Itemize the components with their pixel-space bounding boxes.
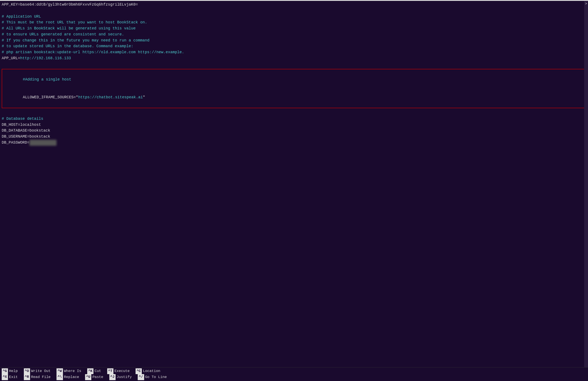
after-code-line-2: DB_HOST=localhost xyxy=(2,122,586,128)
code-line-2: # Application URL xyxy=(2,14,586,20)
footer-item-0-5[interactable]: ^CLocation xyxy=(136,368,160,374)
key-badge: ^O xyxy=(24,368,30,374)
key-label: Cut xyxy=(95,368,101,374)
key-label: Exit xyxy=(9,374,18,380)
footer-item-0-1[interactable]: ^OWrite Out xyxy=(24,368,51,374)
key-label: Location xyxy=(143,368,160,374)
key-badge: ^X xyxy=(2,374,8,380)
editor-content[interactable]: APP_KEY=base64:ddtB/gyl3htw0rObmh6FxvvFz… xyxy=(0,1,588,367)
key-label: Go To Line xyxy=(145,374,167,380)
key-badge: ^W xyxy=(57,368,63,374)
key-badge: ^J xyxy=(109,374,116,380)
highlight-comment: #Adding a single host xyxy=(23,77,71,81)
after-code-line-1: # Database details xyxy=(2,116,586,122)
key-label: Execute xyxy=(114,368,130,374)
key-badge: ^C xyxy=(136,368,142,374)
footer-item-0-2[interactable]: ^WWhere Is xyxy=(57,368,81,374)
footer-item-1-4[interactable]: ^JJustify xyxy=(109,374,132,380)
key-badge: ^T xyxy=(107,368,113,374)
after-code-line-0 xyxy=(2,110,586,116)
code-line-0: APP_KEY=base64:ddtB/gyl3htw0rObmh6FxvvFz… xyxy=(2,2,586,8)
key-badge: ^R xyxy=(24,374,30,380)
highlighted-section: #Adding a single host ALLOWED_IFRAME_SOU… xyxy=(2,69,586,108)
code-line-6: # If you change this in the future you m… xyxy=(2,38,586,43)
code-line-7: # to update stored URLs in the database.… xyxy=(2,43,586,49)
footer-item-0-0[interactable]: ^GHelp xyxy=(2,368,18,374)
allowed-iframe-suffix: " xyxy=(143,95,145,99)
key-label: Help xyxy=(9,368,18,374)
footer-item-1-1[interactable]: ^RRead File xyxy=(24,374,51,380)
key-label: Where Is xyxy=(64,368,82,374)
key-label: Read File xyxy=(31,374,51,380)
scroll-arrow-icon: > xyxy=(585,1,587,7)
scroll-indicator: > xyxy=(584,1,588,367)
after-code-lines: # Database detailsDB_HOST=localhostDB_DA… xyxy=(2,110,586,146)
footer-item-0-3[interactable]: ^KCut xyxy=(87,368,101,374)
footer-shortcuts: ^GHelp^OWrite Out^WWhere Is^KCut^TExecut… xyxy=(0,367,588,381)
code-line-1 xyxy=(2,8,586,14)
after-code-line-4: DB_USERNAME=bookstack xyxy=(2,134,586,140)
footer-item-1-5[interactable]: ^/Go To Line xyxy=(138,374,167,380)
code-line-3: # This must be the root URL that you wan… xyxy=(2,20,586,25)
key-label: Write Out xyxy=(31,368,51,374)
footer-row-1: ^GHelp^OWrite Out^WWhere Is^KCut^TExecut… xyxy=(0,368,588,374)
highlight-line1: #Adding a single host xyxy=(4,71,584,88)
key-badge: ^G xyxy=(2,368,8,374)
code-line-9: APP_URL=http://192.168.116.133 xyxy=(2,55,586,61)
footer-item-1-3[interactable]: ^UPaste xyxy=(85,374,103,380)
key-badge: ^K xyxy=(87,368,93,374)
after-code-line-5: DB_PASSWORD=■■■■■■■■■■■ xyxy=(2,140,586,146)
code-line-4: # All URLs in BookStack will be generate… xyxy=(2,25,586,32)
code-lines: APP_KEY=base64:ddtB/gyl3htw0rObmh6FxvvFz… xyxy=(2,2,586,67)
code-line-8: # php artisan bookstack:update-url https… xyxy=(2,49,586,55)
highlight-line2: ALLOWED_IFRAME_SOURCES="https://chatbot.… xyxy=(4,89,584,106)
key-label: Paste xyxy=(92,374,103,380)
footer-item-0-4[interactable]: ^TExecute xyxy=(107,368,130,374)
key-label: Replace xyxy=(64,374,79,380)
allowed-iframe-prefix: ALLOWED_IFRAME_SOURCES=" xyxy=(23,95,78,99)
key-badge: ^\ xyxy=(57,374,63,380)
key-badge: ^/ xyxy=(138,374,144,380)
terminal-window: APP_KEY=base64:ddtB/gyl3htw0rObmh6FxvvFz… xyxy=(0,0,588,381)
footer-row-2: ^XExit^RRead File^\Replace^UPaste^JJusti… xyxy=(0,374,588,380)
footer-item-1-0[interactable]: ^XExit xyxy=(2,374,18,380)
key-label: Justify xyxy=(117,374,132,380)
footer-rows: ^GHelp^OWrite Out^WWhere Is^KCut^TExecut… xyxy=(0,368,588,380)
after-code-line-3: DB_DATABASE=bookstack xyxy=(2,128,586,134)
allowed-iframe-url: https://chatbot.sitespeak.ai xyxy=(78,95,143,99)
footer-item-1-2[interactable]: ^\Replace xyxy=(57,374,79,380)
password-blurred: ■■■■■■■■■■■ xyxy=(29,140,57,146)
key-badge: ^U xyxy=(85,374,91,380)
code-line-10 xyxy=(2,61,586,67)
code-line-5: # to ensure URLs generated are consisten… xyxy=(2,32,586,38)
